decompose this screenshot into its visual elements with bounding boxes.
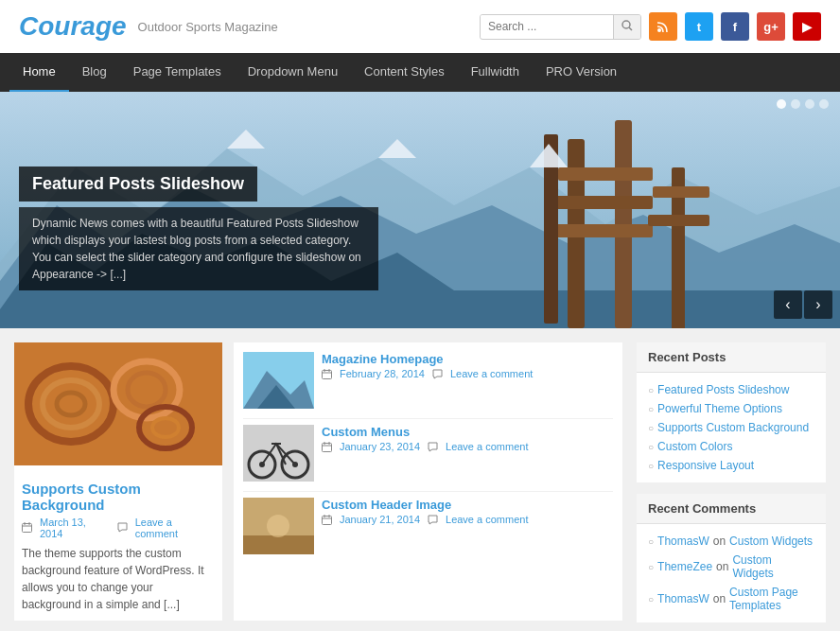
- recent-post-item-5: Responsive Layout: [648, 456, 814, 475]
- svg-rect-10: [549, 196, 653, 209]
- slide-caption: Featured Posts Slideshow Dynamic News co…: [19, 167, 378, 290]
- recent-comments-widget: Recent Comments ThomasW on Custom Widget…: [637, 494, 826, 622]
- calendar-icon-sm1: [322, 369, 332, 379]
- search-input[interactable]: [481, 15, 613, 38]
- site-logo[interactable]: Courage: [19, 11, 127, 42]
- facebook-button[interactable]: f: [721, 12, 749, 41]
- site-tagline: Outdoor Sports Magazine: [138, 20, 278, 34]
- content-area: Supports Custom Background March 13, 201…: [14, 342, 622, 631]
- main-post-meta: March 13, 2014 Leave a comment: [22, 517, 215, 539]
- youtube-button[interactable]: ▶: [793, 12, 821, 41]
- recent-post-link-5[interactable]: Responsive Layout: [657, 459, 754, 472]
- svg-point-0: [622, 21, 630, 28]
- nav-page-templates[interactable]: Page Templates: [120, 53, 235, 90]
- nav-content-styles[interactable]: Content Styles: [351, 53, 458, 90]
- search-button[interactable]: [613, 15, 640, 39]
- search-icon: [621, 20, 633, 31]
- recent-post-link-2[interactable]: Powerful Theme Options: [657, 402, 782, 415]
- svg-rect-9: [558, 167, 653, 181]
- main-post-thumbnail: [14, 342, 222, 465]
- recent-comment-2: ThemeZee on Custom Widgets: [648, 551, 814, 583]
- recent-post-item-2: Powerful Theme Options: [648, 399, 814, 418]
- twitter-button[interactable]: t: [685, 12, 713, 41]
- recent-post-link-3[interactable]: Supports Custom Background: [657, 421, 809, 434]
- slideshow-dots: [777, 99, 829, 109]
- small-post-1-title[interactable]: Magazine Homepage: [322, 352, 444, 366]
- recent-posts-widget: Recent Posts Featured Posts Slideshow Po…: [637, 342, 826, 482]
- comment-post-1[interactable]: Custom Widgets: [729, 535, 813, 548]
- google-plus-button[interactable]: g+: [757, 12, 785, 41]
- main-content: Supports Custom Background March 13, 201…: [0, 328, 840, 631]
- svg-point-49: [267, 515, 289, 537]
- nav-pro-version[interactable]: PRO Version: [533, 53, 630, 90]
- logo-area: Courage Outdoor Sports Magazine: [19, 11, 278, 42]
- slide-dot-1[interactable]: [777, 99, 786, 109]
- small-post-3-comment[interactable]: Leave a comment: [446, 514, 528, 525]
- recent-comment-3: ThomasW on Custom Page Templates: [648, 583, 814, 615]
- main-post-excerpt: The theme supports the custom background…: [22, 545, 215, 613]
- svg-rect-43: [323, 443, 332, 451]
- small-post-1-comment[interactable]: Leave a comment: [450, 368, 533, 379]
- main-post-title[interactable]: Supports Custom Background: [22, 481, 215, 513]
- recent-comments-title: Recent Comments: [637, 494, 826, 524]
- recent-posts-content: Featured Posts Slideshow Powerful Theme …: [637, 373, 826, 482]
- svg-rect-48: [243, 535, 314, 554]
- recent-posts-title: Recent Posts: [637, 342, 826, 373]
- slide-dot-4[interactable]: [819, 99, 829, 109]
- slideshow-prev-button[interactable]: ‹: [774, 290, 802, 319]
- main-nav: Home Blog Page Templates Dropdown Menu C…: [0, 53, 840, 92]
- comment-post-2[interactable]: Custom Widgets: [732, 553, 814, 580]
- nav-blog[interactable]: Blog: [69, 53, 120, 90]
- svg-rect-14: [653, 186, 709, 198]
- main-post-date[interactable]: March 13, 2014: [40, 517, 110, 539]
- comment-user-3[interactable]: ThomasW: [657, 592, 709, 605]
- main-post-comment-link[interactable]: Leave a comment: [135, 517, 215, 539]
- svg-rect-27: [23, 523, 32, 532]
- small-post-3-date[interactable]: January 21, 2014: [340, 514, 420, 525]
- small-post-1-meta: February 28, 2014 Leave a comment: [322, 368, 533, 379]
- small-post-3-title[interactable]: Custom Header Image: [322, 498, 451, 512]
- sidebar: Recent Posts Featured Posts Slideshow Po…: [637, 342, 826, 631]
- main-post-card: Supports Custom Background March 13, 201…: [14, 342, 222, 621]
- comment-user-2[interactable]: ThemeZee: [657, 560, 712, 573]
- header-right: t f g+ ▶: [480, 12, 821, 41]
- calendar-icon-sm3: [322, 515, 332, 525]
- comment-on-2: on: [716, 560, 728, 573]
- recent-post-item-3: Supports Custom Background: [648, 418, 814, 437]
- comment-icon-sm2: [428, 442, 438, 452]
- small-post-2-meta: January 23, 2014 Leave a comment: [322, 441, 528, 452]
- recent-post-item-4: Custom Colors: [648, 437, 814, 456]
- small-post-2-thumbnail: [243, 425, 314, 482]
- comment-on-3: on: [713, 592, 726, 605]
- comment-on-1: on: [713, 535, 726, 548]
- small-posts-list: Magazine Homepage February 28, 2014 Leav…: [234, 342, 622, 621]
- small-post-2-comment[interactable]: Leave a comment: [446, 441, 528, 452]
- slide-description: Dynamic News comes with a beautiful Feat…: [19, 207, 378, 290]
- slideshow-next-button[interactable]: ›: [804, 290, 832, 319]
- rope-image: [14, 342, 222, 465]
- small-post-3: Custom Header Image January 21, 2014 Lea…: [243, 498, 613, 554]
- comment-post-3[interactable]: Custom Page Templates: [729, 586, 814, 612]
- slide-title: Featured Posts Slideshow: [19, 167, 257, 202]
- nav-dropdown-menu[interactable]: Dropdown Menu: [235, 53, 351, 90]
- comment-icon-sm1: [432, 369, 443, 379]
- slide-dot-3[interactable]: [805, 99, 814, 109]
- slide-dot-2[interactable]: [791, 99, 800, 109]
- comment-user-1[interactable]: ThomasW: [657, 535, 709, 548]
- small-post-3-meta: January 21, 2014 Leave a comment: [322, 514, 528, 525]
- recent-comment-1: ThomasW on Custom Widgets: [648, 532, 814, 551]
- recent-post-link-4[interactable]: Custom Colors: [657, 440, 732, 453]
- svg-rect-34: [323, 370, 332, 378]
- small-post-2-title[interactable]: Custom Menus: [322, 425, 410, 439]
- nav-fullwidth[interactable]: Fullwidth: [458, 53, 533, 90]
- calendar-icon: [22, 522, 32, 535]
- svg-rect-11: [553, 224, 653, 237]
- nav-home[interactable]: Home: [9, 53, 69, 92]
- small-post-1-date[interactable]: February 28, 2014: [340, 368, 425, 379]
- recent-post-item-1: Featured Posts Slideshow: [648, 380, 814, 399]
- recent-post-link-1[interactable]: Featured Posts Slideshow: [657, 383, 789, 396]
- svg-line-1: [629, 27, 632, 30]
- rss-button[interactable]: [649, 12, 677, 41]
- sand-thumb: [243, 498, 314, 554]
- small-post-2-date[interactable]: January 23, 2014: [340, 441, 420, 452]
